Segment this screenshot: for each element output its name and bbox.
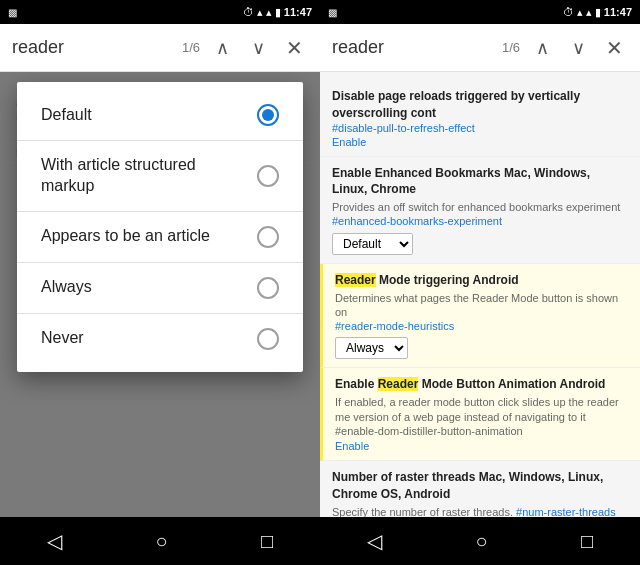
flag-reader-animation-desc: If enabled, a reader mode button click s…: [335, 395, 628, 438]
left-content-area: Disable page reloads triggered by vertic…: [0, 72, 320, 517]
option-never-radio[interactable]: [257, 328, 279, 350]
option-always[interactable]: Always: [17, 263, 303, 313]
right-alarm-icon: ⏱: [563, 6, 574, 18]
option-article-markup[interactable]: With article structured markup: [17, 141, 303, 211]
flag-enhanced-bookmarks-title: Enable Enhanced Bookmarks Mac, Windows, …: [332, 165, 628, 199]
right-phone-panel: ▩ ⏱ ▴ ▴ ▮ 11:47 reader 1/6 ∧ ∨ ✕ Disable…: [320, 0, 640, 565]
option-appears-article-label: Appears to be an article: [41, 226, 241, 247]
reader-highlight-3: Reader: [378, 377, 419, 391]
right-status-bar-right: ⏱ ▴ ▴ ▮ 11:47: [563, 6, 632, 19]
time-left: 11:47: [284, 6, 312, 18]
option-appears-article-radio[interactable]: [257, 226, 279, 248]
right-nav-bar: ◁ ○ □: [320, 517, 640, 565]
right-toolbar: reader 1/6 ∧ ∨ ✕: [320, 24, 640, 72]
option-never[interactable]: Never: [17, 314, 303, 364]
option-always-radio[interactable]: [257, 277, 279, 299]
right-toolbar-up-btn[interactable]: ∧: [528, 34, 556, 62]
flag-enhanced-bookmarks: Enable Enhanced Bookmarks Mac, Windows, …: [320, 157, 640, 264]
flag-reader-animation-enable[interactable]: Enable: [335, 440, 628, 452]
option-article-markup-radio[interactable]: [257, 165, 279, 187]
reader-highlight-5: reader: [587, 396, 619, 408]
left-status-bar: ▩ ⏱ ▴ ▴ ▮ 11:47: [0, 0, 320, 24]
right-toolbar-title: reader: [332, 37, 494, 58]
status-bar-right: ⏱ ▴ ▴ ▮ 11:47: [243, 6, 312, 19]
reader-highlight-1: Reader: [335, 273, 376, 287]
flag-enhanced-bookmarks-desc: Provides an off switch for enhanced book…: [332, 200, 628, 229]
right-time: 11:47: [604, 6, 632, 18]
option-default[interactable]: Default: [17, 90, 303, 140]
flag-enhanced-bookmarks-select[interactable]: DefaultEnabledDisabled: [332, 233, 413, 255]
option-appears-article[interactable]: Appears to be an article: [17, 212, 303, 262]
flag-raster-threads: Number of raster threads Mac, Windows, L…: [320, 461, 640, 517]
battery-icon: ▮: [275, 6, 281, 19]
left-home-btn[interactable]: ○: [155, 530, 167, 553]
flag-disable-pull-enable[interactable]: Enable: [332, 136, 628, 148]
option-default-radio[interactable]: [257, 104, 279, 126]
right-toolbar-close-btn[interactable]: ✕: [600, 34, 628, 62]
flag-reader-animation-title: Enable Reader Mode Button Animation Andr…: [335, 376, 628, 393]
wifi-icon: ▴: [266, 6, 272, 19]
right-phone-icon: ▩: [328, 7, 337, 18]
signal-icon: ▴: [257, 6, 263, 19]
flag-reader-mode-link[interactable]: #reader-mode-heuristics: [335, 320, 454, 332]
left-recent-btn[interactable]: □: [261, 530, 273, 553]
flag-reader-mode: Reader Mode triggering Android Determine…: [320, 264, 640, 369]
left-toolbar: reader 1/6 ∧ ∨ ✕: [0, 24, 320, 72]
right-status-bar: ▩ ⏱ ▴ ▴ ▮ 11:47: [320, 0, 640, 24]
flag-reader-mode-select[interactable]: DefaultAlwaysArticleNever: [335, 337, 408, 359]
dialog-overlay: Default With article structured markup A…: [0, 72, 320, 517]
radio-inner-fill: [262, 109, 274, 121]
option-always-label: Always: [41, 277, 241, 298]
options-dialog: Default With article structured markup A…: [17, 82, 303, 372]
flag-reader-mode-title: Reader Mode triggering Android: [335, 272, 628, 289]
right-wifi-icon: ▴: [586, 6, 592, 19]
right-battery-icon: ▮: [595, 6, 601, 19]
reader-highlight-2: Reader: [472, 292, 508, 304]
flag-reader-animation: Enable Reader Mode Button Animation Andr…: [320, 368, 640, 461]
right-status-bar-left: ▩: [328, 7, 337, 18]
status-bar-left-icons: ▩: [8, 7, 17, 18]
option-default-label: Default: [41, 105, 241, 126]
right-back-btn[interactable]: ◁: [367, 529, 382, 553]
flag-disable-pull: Disable page reloads triggered by vertic…: [320, 80, 640, 157]
flag-raster-threads-link[interactable]: #num-raster-threads: [516, 506, 616, 517]
flag-raster-threads-title: Number of raster threads Mac, Windows, L…: [332, 469, 628, 503]
flag-enhanced-bookmarks-link[interactable]: #enhanced-bookmarks-experiment: [332, 215, 502, 227]
option-article-markup-label: With article structured markup: [41, 155, 241, 197]
left-toolbar-count: 1/6: [182, 40, 200, 55]
left-toolbar-down-btn[interactable]: ∨: [244, 34, 272, 62]
right-home-btn[interactable]: ○: [475, 530, 487, 553]
left-phone-panel: ▩ ⏱ ▴ ▴ ▮ 11:47 reader 1/6 ∧ ∨ ✕ Disable…: [0, 0, 320, 565]
option-never-label: Never: [41, 328, 241, 349]
left-toolbar-close-btn[interactable]: ✕: [280, 34, 308, 62]
alarm-icon: ⏱: [243, 6, 254, 18]
flag-reader-mode-desc: Determines what pages the Reader Mode bu…: [335, 291, 628, 334]
left-toolbar-title: reader: [12, 37, 174, 58]
right-content-area: Disable page reloads triggered by vertic…: [320, 72, 640, 517]
right-signal-icon: ▴: [577, 6, 583, 19]
flag-disable-pull-title: Disable page reloads triggered by vertic…: [332, 88, 628, 122]
flag-raster-threads-desc: Specify the number of raster threads. #n…: [332, 505, 628, 517]
reader-highlight-4: reader: [399, 396, 431, 408]
right-recent-btn[interactable]: □: [581, 530, 593, 553]
left-back-btn[interactable]: ◁: [47, 529, 62, 553]
left-toolbar-up-btn[interactable]: ∧: [208, 34, 236, 62]
right-toolbar-count: 1/6: [502, 40, 520, 55]
phone-icon: ▩: [8, 7, 17, 18]
right-toolbar-down-btn[interactable]: ∨: [564, 34, 592, 62]
flag-disable-pull-link[interactable]: #disable-pull-to-refresh-effect: [332, 122, 628, 134]
left-nav-bar: ◁ ○ □: [0, 517, 320, 565]
